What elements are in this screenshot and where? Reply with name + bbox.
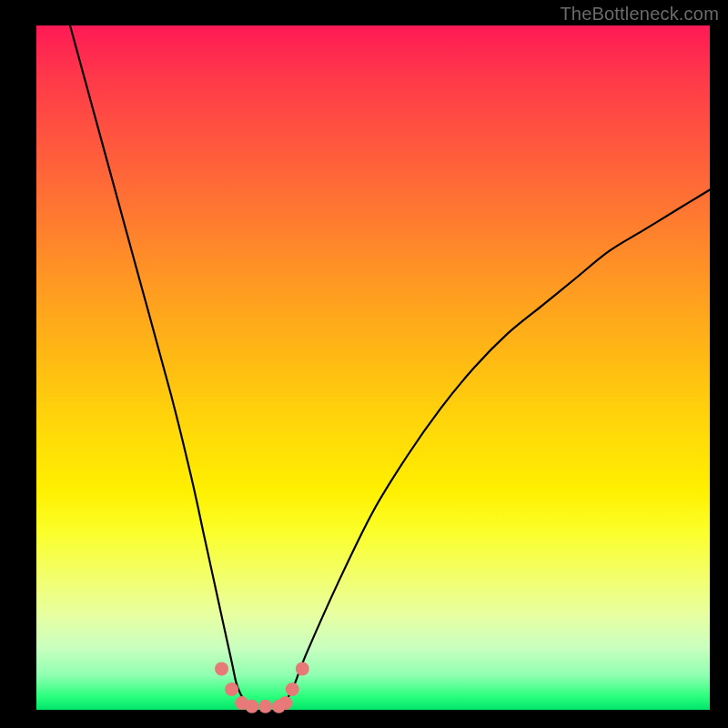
- optimal-dot: [215, 662, 228, 675]
- optimal-dot: [286, 682, 299, 696]
- optimal-dot: [245, 700, 258, 713]
- optimal-range-dots: [215, 662, 309, 713]
- watermark-text: TheBottleneck.com: [560, 4, 719, 25]
- optimal-dot: [258, 700, 272, 713]
- bottleneck-curve: [70, 25, 710, 712]
- optimal-dot: [296, 662, 309, 675]
- plot-area: [36, 25, 710, 710]
- bottleneck-chart-svg: [36, 25, 710, 710]
- optimal-dot: [225, 682, 238, 696]
- optimal-dot: [278, 696, 292, 710]
- chart-frame: TheBottleneck.com: [0, 0, 728, 728]
